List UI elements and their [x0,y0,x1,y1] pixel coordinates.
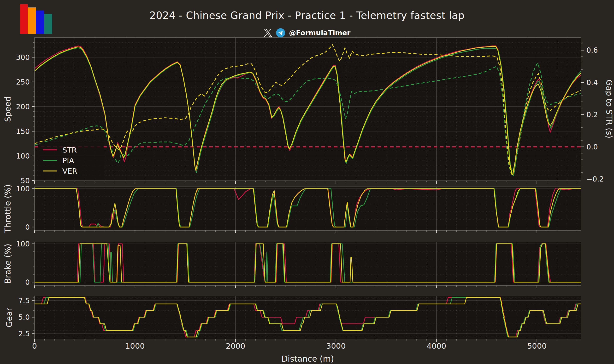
svg-text:0.2: 0.2 [586,110,598,119]
telemetry-chart: 50100150200250300−0.20.00.20.40.60100010… [0,0,614,364]
svg-text:4000: 4000 [427,341,446,351]
svg-text:5.0: 5.0 [18,313,30,321]
svg-text:2000: 2000 [226,341,245,351]
svg-text:2.5: 2.5 [18,329,30,338]
svg-text:200: 200 [16,103,30,111]
speed-axis-label: Speed [3,96,13,122]
svg-text:0.6: 0.6 [586,46,598,54]
gear-axis-label: Gear [4,308,14,327]
legend-label: PIA [62,156,74,165]
legend-swatch-pia [43,160,57,161]
brake-axis-label: Brake (%) [3,244,13,284]
svg-text:5000: 5000 [527,341,547,351]
svg-text:−0.2: −0.2 [586,175,604,183]
svg-text:50: 50 [21,177,30,185]
legend-swatch-ver [43,170,57,171]
legend-label: VER [62,167,77,175]
legend-swatch-str [43,149,57,150]
legend-item-str: STR [43,145,104,155]
svg-text:100: 100 [16,185,30,193]
svg-text:0: 0 [25,278,30,286]
legend: STR PIA VER [40,142,104,179]
svg-text:3000: 3000 [326,341,346,351]
svg-text:0.0: 0.0 [586,143,598,151]
svg-text:100: 100 [16,240,30,248]
telemetry-figure: 2024 - Chinese Grand Prix - Practice 1 -… [0,0,614,364]
svg-text:0: 0 [32,341,37,351]
svg-text:0: 0 [25,223,30,231]
svg-text:250: 250 [16,78,30,86]
svg-text:0.4: 0.4 [586,78,598,87]
throttle-axis-label: Throttle (%) [3,184,13,233]
svg-text:7.5: 7.5 [18,297,30,305]
svg-text:300: 300 [16,53,30,62]
svg-text:150: 150 [16,127,30,136]
svg-text:100: 100 [16,152,30,160]
x-axis-label: Distance (m) [281,354,334,364]
svg-text:1000: 1000 [125,341,145,351]
gap-axis-label: Gap to STR (s) [604,79,614,138]
legend-item-ver: VER [43,166,104,176]
legend-item-pia: PIA [43,155,104,166]
legend-label: STR [62,146,77,154]
